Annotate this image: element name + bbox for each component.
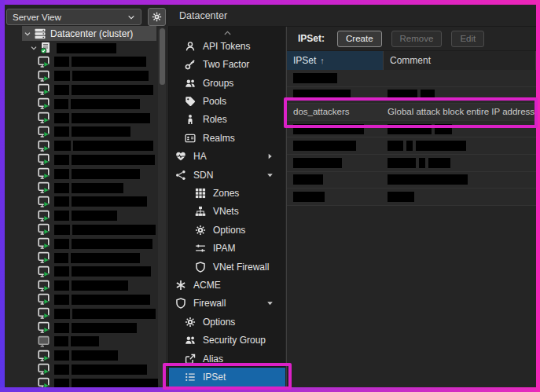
remove-button[interactable]: Remove	[391, 31, 443, 47]
menu-item-label: Pools	[203, 96, 226, 107]
tree-scrollbar-thumb[interactable]	[160, 28, 165, 85]
menu-item-ipset[interactable]: IPSet	[169, 368, 285, 386]
redacted-ipset-name	[293, 158, 342, 168]
tree-item-label: Datacenter (cluster)	[50, 28, 133, 39]
menu-item-api-tokens[interactable]: API Tokens	[169, 37, 285, 55]
redacted-vm-name	[72, 323, 137, 333]
tree-item-vm-running[interactable]	[38, 265, 168, 279]
edit-button[interactable]: Edit	[451, 31, 484, 47]
chevron-down-icon[interactable]	[24, 30, 31, 38]
redacted-vm-id	[54, 239, 69, 249]
ipset-table-row-redacted[interactable]	[287, 137, 536, 155]
menu-scroll-up-indicator[interactable]	[169, 29, 285, 37]
tree-item-node[interactable]	[30, 41, 168, 55]
tree-item-vm-running[interactable]	[38, 223, 168, 237]
column-header-ipset[interactable]: IPSet ↑	[287, 51, 384, 70]
ipset-name-text: dos_attackers	[293, 107, 350, 116]
menu-item-groups[interactable]: Groups	[169, 74, 285, 92]
tree-item-vm-stopped[interactable]	[38, 335, 168, 349]
tree-item-vm-running[interactable]	[38, 236, 168, 251]
redacted-vm-id	[54, 295, 69, 305]
tree-item-vm-running[interactable]	[38, 293, 168, 307]
menu-item-options[interactable]: Options	[169, 221, 285, 239]
tree-item-vm-running[interactable]	[38, 349, 168, 363]
tree-item-vm-running[interactable]	[38, 55, 168, 69]
vm-running-icon	[38, 307, 50, 320]
caret-down-icon[interactable]	[266, 170, 274, 179]
tree-item-vm-running[interactable]	[38, 125, 168, 139]
menu-item-acme[interactable]: ACME	[169, 276, 285, 294]
tree-item-vm-running[interactable]	[38, 363, 168, 377]
tree-scrollbar[interactable]	[158, 27, 166, 387]
tree-item-datacenter[interactable]: Datacenter (cluster)	[22, 26, 156, 41]
tree-header: Server View	[5, 5, 168, 26]
menu-item-sdn[interactable]: SDN	[169, 166, 285, 184]
menu-item-vnet-firewall[interactable]: VNet Firewall	[169, 258, 285, 276]
menu-item-zones[interactable]: Zones	[169, 184, 285, 202]
vm-running-icon	[38, 237, 50, 250]
menu-item-firewall[interactable]: Firewall	[169, 295, 285, 313]
tree-item-vm-running[interactable]	[38, 306, 168, 321]
redacted-comment	[388, 141, 403, 151]
redacted-comment	[388, 158, 416, 168]
ipset-table-row-redacted[interactable]	[287, 172, 536, 189]
ipset-comment-cell	[384, 158, 536, 168]
menu-item-vnets[interactable]: VNets	[169, 203, 285, 221]
ipset-table-row-redacted[interactable]	[287, 70, 536, 87]
menu-item-realms[interactable]: Realms	[169, 129, 285, 147]
column-header-comment[interactable]: Comment	[384, 51, 536, 70]
tree-item-vm-running[interactable]	[38, 209, 168, 223]
ipset-table-row-redacted[interactable]	[287, 121, 536, 138]
user-solid-icon	[185, 114, 196, 125]
menu-item-security-group[interactable]: Security Group	[169, 332, 285, 350]
caret-down-icon[interactable]	[266, 299, 274, 308]
ipset-comment-text: Global attack block entire IP address…	[388, 107, 536, 116]
redacted-comment	[388, 124, 432, 134]
menu-item-ha[interactable]: HA	[169, 147, 285, 165]
toolbar-button-group: CreateRemoveEdit	[337, 31, 494, 47]
vm-running-icon	[38, 112, 50, 124]
ipset-name-cell	[287, 192, 384, 202]
redacted-vm-id	[54, 350, 69, 361]
ipset-table-row-dos-attackers[interactable]: dos_attackersGlobal attack block entire …	[287, 104, 536, 121]
tree-item-vm-running[interactable]	[38, 97, 168, 111]
tree-item-vm-running[interactable]	[38, 195, 168, 209]
tree-item-vm-running[interactable]	[38, 279, 168, 293]
tree-item-vm-running[interactable]	[38, 69, 168, 83]
redacted-vm-id	[54, 85, 69, 95]
redacted-vm-name	[73, 141, 153, 151]
tree-item-vm-running[interactable]	[38, 111, 168, 125]
redacted-vm-name	[72, 350, 118, 361]
menu-item-label: Realms	[203, 133, 235, 144]
menu-item-roles[interactable]: Roles	[169, 111, 285, 129]
ipset-table-row-redacted[interactable]	[287, 87, 536, 104]
tree-item-vm-running[interactable]	[38, 83, 168, 97]
menu-item-label: IPSet	[203, 372, 226, 383]
tree-settings-button[interactable]	[148, 8, 166, 26]
caret-right-icon[interactable]	[266, 152, 274, 161]
create-button[interactable]: Create	[337, 31, 382, 47]
tree-item-vm-running[interactable]	[38, 153, 168, 167]
menu-item-ipam[interactable]: IPAM	[169, 239, 285, 257]
sitemap-icon	[195, 206, 206, 217]
ipset-table-row-redacted[interactable]	[287, 189, 536, 206]
redacted-vm-id	[54, 155, 69, 165]
tree-item-vm-running[interactable]	[38, 181, 168, 195]
tree-item-vm-running[interactable]	[38, 376, 168, 387]
node-icon	[39, 42, 52, 54]
view-selector[interactable]: Server View	[6, 9, 141, 25]
tree-item-vm-running[interactable]	[38, 167, 168, 181]
menu-item-pools[interactable]: Pools	[169, 92, 285, 110]
menu-item-options[interactable]: Options	[169, 313, 285, 331]
menu-item-label: Options	[213, 225, 245, 236]
tree-item-vm-running[interactable]	[38, 321, 168, 335]
menu-item-two-factor[interactable]: Two Factor	[169, 55, 285, 73]
menu-item-alias[interactable]: Alias	[169, 350, 285, 368]
redacted-vm-id	[54, 71, 70, 81]
ipset-table-row-redacted[interactable]	[287, 155, 536, 172]
tree-item-vm-running[interactable]	[38, 139, 168, 153]
menu-item-label: HA	[193, 151, 207, 162]
redacted-vm-id	[54, 365, 69, 375]
chevron-down-icon[interactable]	[30, 44, 38, 52]
tree-item-vm-running[interactable]	[38, 251, 168, 265]
